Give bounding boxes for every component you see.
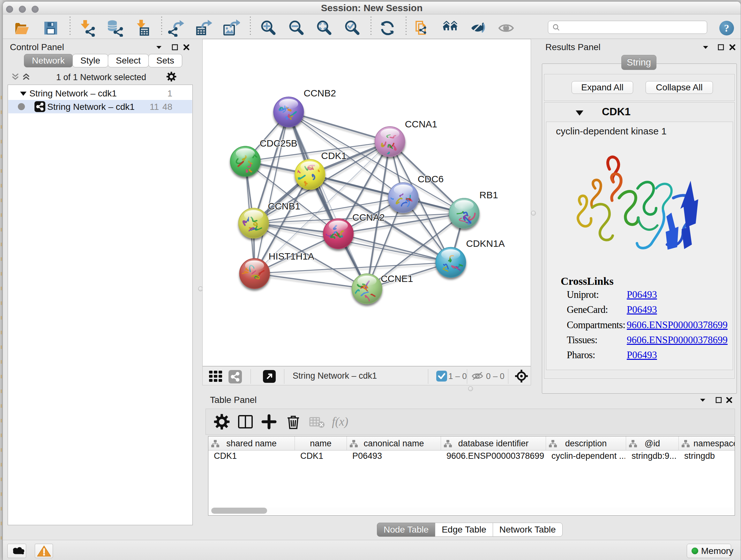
column-header-shared-name[interactable]: shared name [208, 436, 295, 450]
network-node-RB1[interactable] [449, 198, 479, 229]
control-panel-menu-button[interactable] [155, 43, 163, 51]
table-columns-icon[interactable] [237, 413, 254, 430]
string-results-container: Expand All Collapse All CDK1 cyclin-depe… [542, 64, 737, 394]
network-node-CCNA1[interactable] [375, 126, 405, 157]
network-node-HIST1H1A[interactable] [239, 258, 270, 289]
network-collection-row[interactable]: String Network – cdk1 1 [8, 86, 192, 100]
network-node-CDC25B[interactable] [230, 146, 261, 177]
network-node-CCNB1[interactable] [239, 208, 269, 239]
toolbar-import-table-icon[interactable] [133, 19, 151, 37]
cell-name: CDK1 [300, 451, 346, 464]
network-node-CCNA2[interactable] [323, 219, 354, 249]
node-table: shared namenamecanonical namedatabase id… [208, 436, 735, 516]
table-tab-network-table[interactable]: Network Table [493, 523, 562, 537]
toolbar-clone-network-icon[interactable] [413, 19, 431, 37]
network-node-CCNB2[interactable] [273, 97, 304, 127]
column-header-name[interactable]: name [295, 436, 347, 450]
network-label: String Network – cdk1 [47, 102, 135, 112]
table-panel-menu-button[interactable] [698, 396, 707, 404]
table-panel-tabs: Node TableEdge TableNetwork Table [377, 523, 562, 537]
results-panel-close-button[interactable] [728, 43, 737, 51]
node-label-CCNE1: CCNE1 [381, 273, 413, 284]
network-node-CCNE1[interactable] [352, 273, 382, 304]
toolbar-open-session-icon[interactable] [13, 19, 31, 37]
results-tab-string[interactable]: String [621, 55, 657, 70]
results-panel-title: Results Panel [545, 42, 601, 52]
toolbar-first-neighbors-icon[interactable] [442, 19, 460, 37]
collection-expand-caret[interactable] [19, 91, 27, 97]
help-button[interactable]: ? [719, 21, 734, 36]
control-tab-network[interactable]: Network [24, 54, 73, 67]
fit-selected-crosshair-icon[interactable] [515, 369, 529, 383]
warnings-button[interactable] [35, 544, 53, 558]
crosslink-value-link[interactable]: P06493 [627, 349, 657, 361]
results-panel-menu-button[interactable] [701, 43, 710, 51]
column-header-canonical-name[interactable]: canonical name [347, 436, 441, 450]
crosslink-value-link[interactable]: P06493 [627, 304, 657, 315]
crosslinks-heading: CrossLinks [561, 275, 614, 287]
control-tab-sets[interactable]: Sets [148, 54, 182, 67]
toolbar-import-database-icon[interactable] [106, 19, 124, 37]
expand-all-button[interactable]: Expand All [571, 81, 633, 94]
birdseye-grid-icon[interactable] [208, 370, 223, 383]
crosslink-value-link[interactable]: P06493 [627, 289, 657, 300]
search-input[interactable] [548, 21, 707, 34]
column-header-database-identifier[interactable]: database identifier [441, 436, 546, 450]
memory-button[interactable]: Memory [687, 544, 731, 558]
table-tab-edge-table[interactable]: Edge Table [435, 523, 493, 537]
toolbar-hide-selected-icon[interactable] [469, 19, 487, 37]
control-tab-select[interactable]: Select [108, 54, 149, 67]
table-function-builder-icon[interactable]: f(x) [332, 415, 360, 432]
crosslink-label: Compartments: [567, 319, 625, 330]
cloud-status-button[interactable] [7, 544, 26, 558]
bottom-splitter-handle[interactable] [468, 386, 473, 391]
crosslink-value-link[interactable]: 9606.ENSP00000378699 [627, 319, 728, 331]
open-in-window-icon[interactable] [263, 370, 276, 383]
results-panel-float-button[interactable] [717, 43, 725, 51]
collapse-all-button[interactable]: Collapse All [646, 81, 713, 94]
node-label-CCNB1: CCNB1 [268, 201, 300, 211]
column-header-namespace[interactable]: namespace [679, 436, 735, 450]
toolbar-export-network-icon[interactable] [167, 19, 185, 37]
toolbar-export-table-icon[interactable] [195, 19, 212, 37]
control-tab-style[interactable]: Style [72, 54, 108, 67]
toolbar-zoom-in-icon[interactable] [259, 19, 277, 37]
table-add-column-icon[interactable] [260, 413, 278, 430]
toolbar-show-all-icon[interactable] [497, 19, 515, 37]
toolbar-refresh-layout-icon[interactable] [379, 19, 396, 37]
gene-section-caret[interactable] [575, 110, 584, 117]
toolbar-zoom-fit-icon[interactable] [315, 19, 333, 37]
network-node-CDC6[interactable] [388, 182, 419, 213]
crosslink-value-link[interactable]: 9606.ENSP00000378699 [627, 334, 728, 346]
table-panel-float-button[interactable] [715, 396, 723, 404]
table-horizontal-scrollbar[interactable] [209, 507, 734, 514]
table-panel-close-button[interactable] [725, 396, 733, 404]
toolbar-import-network-icon[interactable] [78, 19, 96, 37]
table-settings-gear-icon[interactable] [213, 413, 230, 430]
network-share-icon[interactable] [228, 370, 242, 383]
toolbar-zoom-out-icon[interactable] [287, 19, 305, 37]
network-node-CDKN1A[interactable] [435, 247, 467, 278]
table-panel-title: Table Panel [210, 395, 257, 405]
control-panel-float-button[interactable] [171, 43, 179, 51]
column-header-description[interactable]: description [546, 436, 626, 450]
network-options-gear-icon[interactable] [166, 71, 177, 82]
right-splitter-handle[interactable] [531, 211, 536, 215]
network-canvas[interactable]: CCNB2CCNA1CDC25BCDK1CDC6RB1CCNB1CCNA2CDK… [202, 39, 531, 366]
table-tab-node-table[interactable]: Node Table [377, 523, 435, 537]
toolbar-save-session-icon[interactable] [42, 19, 60, 37]
toolbar-export-image-icon[interactable] [222, 19, 240, 37]
control-panel-close-button[interactable] [182, 43, 191, 51]
network-row-selected[interactable]: String Network – cdk1 11 48 [8, 100, 192, 113]
node-label-CDKN1A: CDKN1A [466, 238, 504, 249]
toolbar-zoom-selected-icon[interactable] [343, 19, 361, 37]
crosslink-row: Pharos:P06493 [567, 349, 595, 361]
cell-@id: stringdb:9... [631, 451, 678, 464]
column-header-@id[interactable]: @id [626, 436, 679, 450]
control-panel-tabs: NetworkStyleSelectSets [24, 54, 182, 67]
table-delete-table-icon[interactable] [308, 413, 325, 430]
table-delete-column-icon[interactable] [285, 413, 302, 430]
network-node-CDK1[interactable] [294, 159, 325, 190]
hidden-eye-slash-icon [471, 371, 484, 381]
control-panel: Control Panel NetworkStyleSelectSets 1 o… [3, 39, 199, 529]
